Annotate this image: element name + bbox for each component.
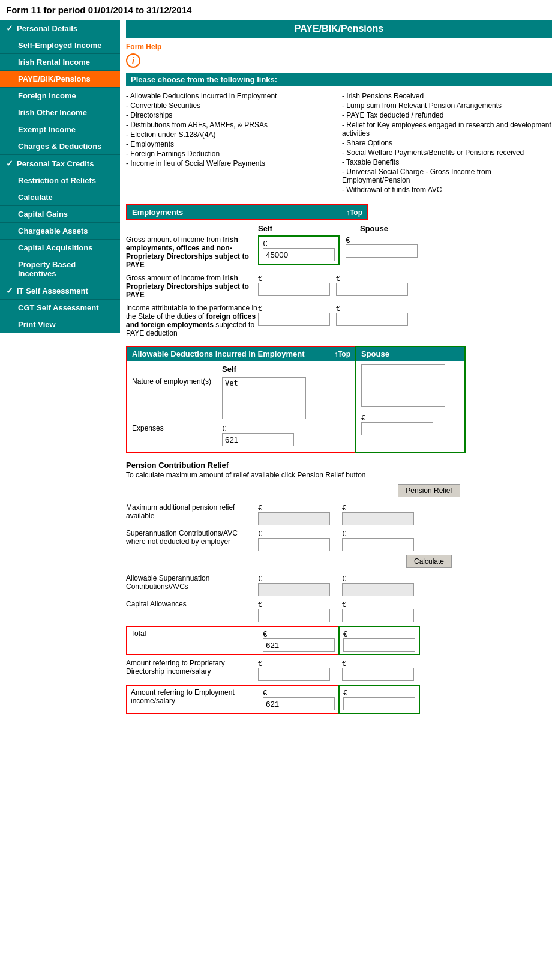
- emp-self-euro-1: €: [263, 239, 335, 248]
- expenses-spouse-group: €: [361, 413, 460, 435]
- emp-self-input-1[interactable]: [263, 248, 335, 261]
- sidebar-item-calculate[interactable]: Calculate: [0, 189, 120, 206]
- nature-spouse-input[interactable]: [361, 364, 445, 407]
- pension-self-4: €: [258, 600, 330, 622]
- sidebar-item-label: Self-Employed Income: [18, 41, 101, 50]
- link-employments[interactable]: - Employments: [126, 139, 336, 149]
- sidebar-item-label: Irish Rental Income: [18, 58, 90, 67]
- link-convertible[interactable]: - Convertible Securities: [126, 101, 336, 110]
- employments-top-link[interactable]: ↑Top: [346, 208, 362, 217]
- sidebar-item-cgt-self[interactable]: CGT Self Assessment: [0, 300, 120, 316]
- pension-spouse-input-3[interactable]: [342, 583, 414, 596]
- link-lump-sum[interactable]: - Lump sum from Relevant Pension Arrange…: [342, 101, 552, 110]
- pension-spouse-3: €: [342, 574, 414, 596]
- link-social-welfare[interactable]: - Social Welfare Payments/Benefits or Pe…: [342, 148, 552, 157]
- sidebar-item-personal-tax[interactable]: ✓Personal Tax Credits: [0, 155, 120, 172]
- expenses-self-input[interactable]: [222, 433, 294, 446]
- sidebar-item-restriction[interactable]: Restriction of Reliefs: [0, 172, 120, 189]
- pension-spouse-6: €: [342, 659, 414, 681]
- pension-spouse-input-6[interactable]: [342, 668, 414, 681]
- link-income-lieu[interactable]: - Income in lieu of Social Welfare Payme…: [126, 159, 336, 168]
- link-taxable-benefits[interactable]: - Taxable Benefits: [342, 157, 552, 167]
- sidebar-item-foreign-income[interactable]: Foreign Income: [0, 88, 120, 104]
- pension-spouse-4: €: [342, 600, 414, 622]
- sidebar-item-label: Foreign Income: [18, 91, 76, 100]
- sidebar-item-label: Restriction of Reliefs: [18, 176, 96, 185]
- sidebar-item-paye[interactable]: PAYE/BIK/Pensions: [0, 71, 120, 88]
- form-help-icon[interactable]: i: [126, 53, 140, 68]
- form-help-area: Form Help i: [126, 43, 552, 68]
- pension-self-1: €: [258, 503, 330, 525]
- total-spouse: €: [338, 626, 420, 655]
- pension-self-input-3[interactable]: [258, 583, 330, 596]
- pension-spouse-input-1[interactable]: [342, 512, 414, 525]
- sidebar-item-charges[interactable]: Charges & Deductions: [0, 138, 120, 155]
- pension-self-input-2[interactable]: [258, 538, 330, 551]
- employment-self: €: [263, 688, 335, 710]
- sidebar-item-label: IT Self Assessment: [17, 286, 88, 295]
- link-avc[interactable]: - Withdrawal of funds from AVC: [342, 185, 552, 195]
- pension-self-input-1[interactable]: [258, 512, 330, 525]
- emp-spouse-input-2[interactable]: [336, 283, 408, 296]
- emp-self-box-3: €: [258, 304, 330, 326]
- allowable-top-link[interactable]: ↑Top: [334, 350, 350, 358]
- sidebar-item-property[interactable]: Property Based Incentives: [0, 256, 120, 282]
- sidebar-item-exempt-income[interactable]: Exempt Income: [0, 121, 120, 138]
- pension-spouse-input-2[interactable]: [342, 538, 414, 551]
- links-grid: - Allowable Deductions Incurred in Emplo…: [126, 89, 552, 197]
- pension-relief-button[interactable]: Pension Relief: [398, 484, 460, 497]
- link-allowable[interactable]: - Allowable Deductions Incurred in Emplo…: [126, 91, 336, 101]
- sidebar-item-label: Charges & Deductions: [18, 142, 101, 151]
- link-share-options[interactable]: - Share Options: [342, 138, 552, 148]
- pension-self-input-4[interactable]: [258, 609, 330, 622]
- total-self: €: [263, 629, 335, 652]
- total-self-input[interactable]: [263, 638, 335, 652]
- link-election[interactable]: - Election under S.128A(4A): [126, 130, 336, 139]
- emp-self-box-2: €: [258, 274, 330, 296]
- pension-self-2: €: [258, 529, 330, 551]
- sidebar-item-self-employed[interactable]: Self-Employed Income: [0, 37, 120, 54]
- emp-spouse-input-1[interactable]: [346, 244, 418, 258]
- form-help-label: Form Help: [126, 43, 552, 51]
- sidebar-item-label: Personal Tax Credits: [17, 159, 94, 168]
- link-directorships[interactable]: - Directorships: [126, 110, 336, 120]
- link-foreign-earnings[interactable]: - Foreign Earnings Deduction: [126, 149, 336, 159]
- page-title: Form 11 for period 01/01/2014 to 31/12/2…: [0, 0, 558, 20]
- emp-self-input-3[interactable]: [258, 313, 330, 326]
- sidebar-item-label: Capital Acquisitions: [18, 243, 92, 252]
- link-distributions[interactable]: - Distributions from ARFs, AMRFs, & PRSA…: [126, 120, 336, 130]
- emp-self-input-2[interactable]: [258, 283, 330, 296]
- sidebar-item-irish-rental[interactable]: Irish Rental Income: [0, 54, 120, 71]
- sidebar-item-label: Capital Gains: [18, 210, 68, 219]
- calculate-button[interactable]: Calculate: [406, 555, 452, 568]
- sidebar-item-label: Irish Other Income: [18, 108, 87, 117]
- link-usc[interactable]: - Universal Social Charge - Gross Income…: [342, 167, 552, 185]
- link-irish-pensions[interactable]: - Irish Pensions Received: [342, 91, 552, 101]
- nature-label: Nature of employment(s): [132, 377, 222, 386]
- check-icon: ✓: [6, 286, 13, 295]
- pension-spouse-input-4[interactable]: [342, 609, 414, 622]
- link-relief-key[interactable]: - Relief for Key employees engaged in re…: [342, 120, 552, 138]
- emp-spouse-input-3[interactable]: [336, 313, 408, 326]
- nature-spouse-group: [361, 364, 460, 408]
- sidebar-item-capital-acq[interactable]: Capital Acquisitions: [0, 240, 120, 256]
- link-paye-tax[interactable]: - PAYE Tax deducted / refunded: [342, 110, 552, 120]
- pension-field-label-2: Superannuation Contributions/AVC where n…: [126, 529, 258, 546]
- employment-self-input[interactable]: [263, 697, 335, 710]
- expenses-spouse-input[interactable]: [361, 422, 433, 435]
- pension-spouse-1: €: [342, 503, 414, 525]
- sidebar-item-irish-other[interactable]: Irish Other Income: [0, 104, 120, 121]
- sidebar-item-capital-gains[interactable]: Capital Gains: [0, 206, 120, 223]
- links-right: - Irish Pensions Received - Lump sum fro…: [342, 91, 552, 195]
- emp-self-box-1: €: [258, 235, 340, 265]
- sidebar-item-it-self[interactable]: ✓IT Self Assessment: [0, 282, 120, 300]
- sidebar-item-chargeable[interactable]: Chargeable Assets: [0, 223, 120, 240]
- pension-self-input-6[interactable]: [258, 668, 330, 681]
- total-spouse-input[interactable]: [343, 638, 415, 652]
- employment-label: Amount referring to Employment income/sa…: [131, 688, 257, 705]
- sidebar-item-print[interactable]: Print View: [0, 316, 120, 333]
- sidebar-item-personal-details[interactable]: ✓Personal Details: [0, 20, 120, 37]
- nature-self-input[interactable]: Vet: [222, 377, 306, 419]
- employment-spouse-input[interactable]: [343, 697, 415, 710]
- pension-self-3: €: [258, 574, 330, 596]
